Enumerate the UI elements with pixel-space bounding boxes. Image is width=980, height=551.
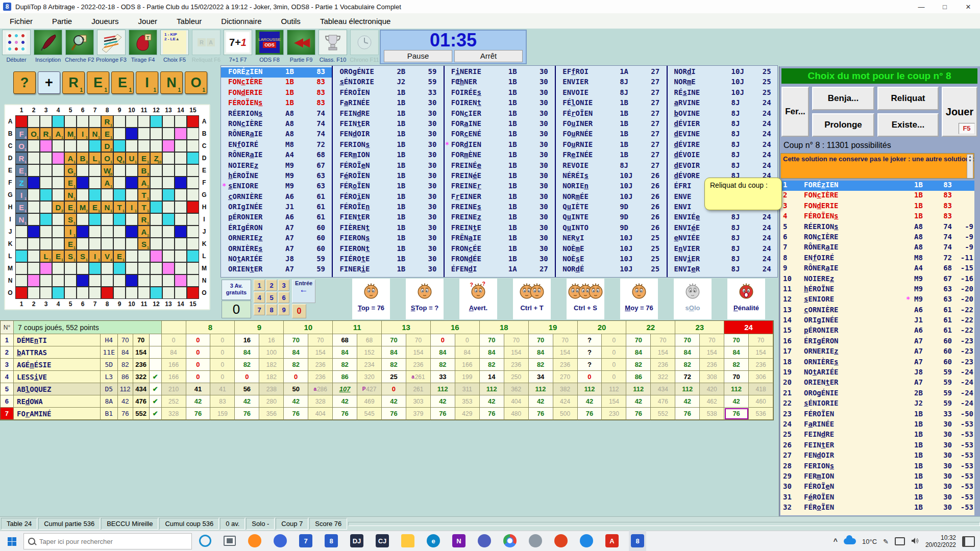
solution-row[interactable]: 22sÉNIORIEJ259-24 bbox=[780, 399, 974, 409]
solution-row[interactable]: 20ORIENtERA759-24 bbox=[780, 378, 974, 388]
word-item[interactable]: RÉsINE10J25 bbox=[667, 88, 778, 98]
board-square-I5[interactable]: S1 bbox=[64, 213, 77, 226]
minimize-button[interactable]: — bbox=[910, 0, 933, 13]
solution-row[interactable]: 23FÉROÏEN1B33-50 bbox=[780, 410, 974, 420]
word-item[interactable]: RÔNERaIEA874 bbox=[221, 130, 332, 140]
board-square-C7[interactable] bbox=[89, 140, 101, 152]
stop-button[interactable]: Arrêt bbox=[454, 50, 523, 62]
board-square-L11[interactable] bbox=[138, 250, 150, 262]
word-item[interactable]: *FORdIEN1B30 bbox=[444, 140, 555, 151]
word-item[interactable]: cORNIÈREA661 bbox=[221, 192, 332, 203]
board-square-M11[interactable] bbox=[138, 262, 150, 274]
word-item[interactable]: FÉROÏeN1B30 bbox=[332, 161, 444, 171]
board-square-H15[interactable] bbox=[187, 201, 199, 213]
board-square-B1[interactable]: F4 bbox=[15, 128, 28, 140]
board-square-F15[interactable] bbox=[187, 177, 199, 189]
word-item[interactable]: ORNERIEzA760 bbox=[221, 234, 332, 244]
solution-row[interactable]: 9RÔNERaIEA468-15 bbox=[780, 264, 974, 274]
board-square-N5[interactable] bbox=[64, 274, 77, 287]
word-item[interactable]: NORdI10J25 bbox=[667, 67, 778, 78]
toolbar-7plus1-button[interactable]: 7+1 7+1 F7 bbox=[223, 30, 253, 64]
board-square-O14[interactable] bbox=[175, 287, 187, 299]
board-square-O5[interactable] bbox=[64, 287, 77, 299]
solution-row[interactable]: 28FERIONs1B30-53 bbox=[780, 462, 974, 472]
fermer-button[interactable]: Fer... bbox=[781, 87, 809, 137]
teams-icon[interactable] bbox=[476, 531, 493, 551]
board-square-J14[interactable] bbox=[175, 226, 187, 238]
board-square-O4[interactable] bbox=[52, 287, 64, 299]
board-square-A13[interactable] bbox=[162, 115, 175, 128]
numpad-key-6[interactable]: 6 bbox=[278, 292, 289, 303]
numpad-key-9[interactable]: 9 bbox=[278, 304, 289, 315]
weather-temp[interactable]: 10°C bbox=[862, 538, 877, 545]
board-square-N7[interactable] bbox=[89, 274, 101, 287]
board-square-G4[interactable] bbox=[52, 189, 64, 201]
pen-icon[interactable]: ✎ bbox=[883, 538, 889, 545]
board-square-G7[interactable] bbox=[89, 189, 101, 201]
word-item[interactable]: FŒhNER1B30 bbox=[444, 78, 555, 88]
board-square-B5[interactable]: M2 bbox=[64, 128, 77, 140]
board-square-D4[interactable] bbox=[52, 152, 64, 164]
duplitop8-icon[interactable]: 8 bbox=[323, 531, 340, 551]
board-square-G15[interactable] bbox=[187, 189, 199, 201]
board-square-G11[interactable]: T1 bbox=[138, 189, 150, 201]
board-square-I11[interactable]: R1 bbox=[138, 213, 150, 226]
cj-icon[interactable]: CJ bbox=[374, 531, 391, 551]
board-square-F14[interactable] bbox=[175, 177, 187, 189]
board-square-I2[interactable] bbox=[28, 213, 40, 226]
menu-partie[interactable]: Partie bbox=[42, 14, 82, 28]
word-item[interactable]: FORaINE1B30 bbox=[444, 119, 555, 130]
solution-row[interactable]: 6RONcIÈREA874-9 bbox=[780, 233, 974, 243]
word-item[interactable]: *sENIOREM963 bbox=[221, 182, 332, 192]
board-square-F11[interactable]: A1 bbox=[138, 177, 150, 189]
board-square-B11[interactable] bbox=[138, 128, 150, 140]
board-square-H9[interactable]: T1 bbox=[113, 201, 126, 213]
board-square-E9[interactable] bbox=[113, 164, 126, 177]
board-square-N12[interactable] bbox=[150, 274, 162, 287]
word-item[interactable]: dÉVIER8J24 bbox=[667, 119, 778, 130]
word-item[interactable]: ENVIeR8J24 bbox=[667, 265, 778, 275]
menu-fichier[interactable]: Fichier bbox=[0, 14, 42, 28]
board-square-I8[interactable] bbox=[101, 213, 113, 226]
board-square-E8[interactable]: W10 bbox=[101, 164, 113, 177]
board-square-L10[interactable] bbox=[126, 250, 138, 262]
board-square-I7[interactable] bbox=[89, 213, 101, 226]
dj-icon[interactable]: DJ bbox=[348, 531, 365, 551]
word-item[interactable]: FENdOIR1B30 bbox=[332, 130, 444, 140]
board-square-I13[interactable] bbox=[162, 213, 175, 226]
word-item[interactable]: QuINTO9D26 bbox=[555, 223, 667, 234]
board-square-L14[interactable] bbox=[175, 250, 187, 262]
board-square-J4[interactable] bbox=[52, 226, 64, 238]
board-square-J6[interactable] bbox=[77, 226, 89, 238]
board-square-D15[interactable] bbox=[187, 152, 199, 164]
board-square-O6[interactable] bbox=[77, 287, 89, 299]
board-square-F8[interactable]: A1 bbox=[101, 177, 113, 189]
board-square-D3[interactable] bbox=[40, 152, 52, 164]
word-item[interactable]: FREINtE1B30 bbox=[444, 223, 555, 234]
board-square-K12[interactable] bbox=[150, 238, 162, 250]
solution-row[interactable]: 19NOtARIÉEJ859-24 bbox=[780, 368, 974, 378]
solution-row[interactable]: 7RÔNERaIEA874-9 bbox=[780, 243, 974, 253]
board-square-O9[interactable] bbox=[113, 287, 126, 299]
board-square-E10[interactable] bbox=[126, 164, 138, 177]
onedrive-cloud-icon[interactable] bbox=[844, 538, 856, 544]
board-square-F3[interactable] bbox=[40, 177, 52, 189]
word-item[interactable]: FéROÏEN1B30 bbox=[332, 171, 444, 182]
word-item[interactable]: FReINÉE1B27 bbox=[555, 151, 667, 161]
toolbar-classement-button[interactable]: Class. F10 bbox=[317, 30, 348, 64]
toolbar-choix-button[interactable]: 1 - KIP2 - LE▲ Choix F5 bbox=[159, 30, 190, 64]
board-square-J1[interactable] bbox=[15, 226, 28, 238]
board-square-O1[interactable] bbox=[15, 287, 28, 299]
pause-button[interactable]: Pause bbox=[384, 50, 452, 62]
word-item[interactable]: FONcIER1B30 bbox=[444, 109, 555, 119]
board-square-J9[interactable] bbox=[113, 226, 126, 238]
board-square-O13[interactable] bbox=[162, 287, 175, 299]
word-item[interactable]: NOIEREzM967 bbox=[221, 161, 332, 171]
word-item[interactable]: ENVOIE8J27 bbox=[555, 88, 667, 98]
word-item[interactable]: FÉRoÏEN1B30 bbox=[332, 182, 444, 192]
jouer-button[interactable]: Jouer F5 bbox=[942, 87, 977, 137]
solution-row[interactable]: 13cORNIÈREA661-22 bbox=[780, 306, 974, 316]
score-row-coup-4[interactable]: 4LESSiVEL386322✔16600018202368632025a261… bbox=[1, 371, 773, 383]
solution-row[interactable]: 1FORÉzIEN1B83 bbox=[780, 181, 974, 191]
stop-action-button[interactable]: STop = ? bbox=[406, 279, 444, 319]
